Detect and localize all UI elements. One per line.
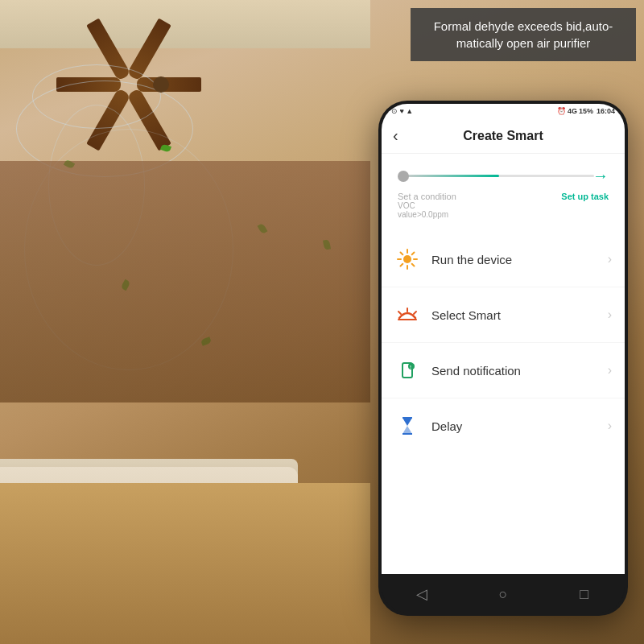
svg-line-10 [398,312,401,314]
menu-list: Run the device › [382,225,625,574]
svg-marker-16 [402,418,412,426]
select-smart-arrow: › [608,308,612,322]
back-button[interactable]: ‹ [393,126,405,145]
smart-icon [394,302,420,328]
status-left: ⊙ ♥ ▲ [391,107,413,115]
alarm-icon: ⏰ [557,107,566,115]
menu-item-run-device[interactable]: Run the device › [382,232,625,287]
kitchen-background [0,161,370,402]
step1-sub: VOC [398,201,456,210]
top-label: Formal dehyde exceeds bid,auto-matically… [411,8,636,61]
svg-point-0 [403,255,411,263]
menu-item-select-smart[interactable]: Select Smart › [382,287,625,343]
progress-arrow-icon: → [592,167,609,185]
run-device-label: Run the device [431,253,608,266]
step1-label-group: Set a condition VOC value>0.0ppm [398,192,456,219]
delay-arrow: › [608,419,612,433]
menu-item-send-notification[interactable]: ! Send notification › [382,343,625,398]
svg-line-7 [412,253,415,255]
nav-recent-button[interactable]: □ [572,582,597,606]
run-device-arrow: › [608,252,612,266]
progress-fill [403,175,499,177]
menu-item-delay[interactable]: Delay › [382,398,625,453]
status-icons: ⊙ ♥ ▲ [391,107,413,115]
status-bar: ⊙ ♥ ▲ ⏰ 4G 15% 16:04 [382,104,625,118]
svg-line-11 [414,312,416,314]
select-smart-label: Select Smart [431,308,608,322]
ceiling-fan [80,4,242,165]
step1-label: Set a condition [398,192,456,201]
app-header: ‹ Create Smart [382,118,625,154]
top-label-text: Formal dehyde exceeds bid,auto-matically… [434,19,613,50]
progress-bar: → [398,167,609,185]
page-title: Create Smart [463,129,543,143]
send-notification-arrow: › [608,363,612,378]
bottom-navigation: ◁ ○ □ [382,574,625,613]
nav-home-button[interactable]: ○ [491,582,515,606]
progress-section: → Set a condition VOC value>0.0ppm Set u… [382,154,625,225]
svg-line-5 [401,253,403,255]
time-display: 16:04 [597,107,615,115]
svg-text:!: ! [410,365,411,369]
progress-line [403,175,594,177]
svg-line-8 [401,264,403,266]
floor [0,483,370,644]
notification-icon: ! [394,357,420,383]
svg-marker-17 [402,426,412,434]
progress-labels: Set a condition VOC value>0.0ppm Set up … [398,192,609,219]
phone-screen: ⊙ ♥ ▲ ⏰ 4G 15% 16:04 ‹ Create Smart [382,104,625,613]
app-content: ‹ Create Smart → Set a condition [382,118,625,574]
send-notification-label: Send notification [431,364,608,378]
nav-back-button[interactable]: ◁ [410,582,434,606]
step2-label: Set up task [561,192,609,219]
battery-level: 15% [579,107,593,115]
step1-dot [398,171,409,182]
signal-bars: 4G [568,107,577,115]
svg-line-6 [412,264,415,266]
delay-icon [394,413,420,439]
phone-outer: ⊙ ♥ ▲ ⏰ 4G 15% 16:04 ‹ Create Smart [378,101,628,616]
step1-sub2: value>0.0ppm [398,210,456,219]
phone-device: ⊙ ♥ ▲ ⏰ 4G 15% 16:04 ‹ Create Smart [378,101,628,616]
status-right: ⏰ 4G 15% 16:04 [557,107,615,115]
device-icon [394,246,420,272]
delay-label: Delay [431,419,608,433]
